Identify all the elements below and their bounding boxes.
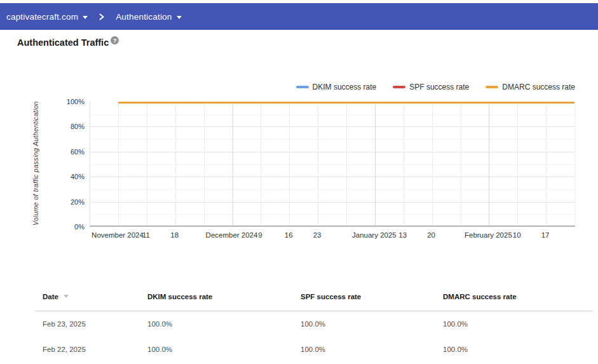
legend-item: DMARC success rate [486,83,575,91]
x-axis-tick-labels: November 20241118December 202491623Janua… [90,231,575,240]
chart-legend: DKIM success rateSPF success rateDMARC s… [296,83,575,91]
table-cell: 100.0% [301,320,443,328]
y-tick-label: 20% [71,198,85,206]
app-bar: captivatecraft.com Authentication [0,3,598,30]
legend-label: DMARC success rate [502,83,575,91]
x-tick-label: 9 [258,231,262,239]
x-tick-label: December 2024 [206,231,258,239]
x-tick-label: 18 [170,231,179,239]
y-tick-label: 40% [71,173,85,180]
x-tick-label: 23 [313,231,322,239]
help-icon[interactable]: ? [111,36,119,44]
table-header-label: DKIM success rate [147,293,212,300]
table-header-row: DateDKIM success rateSPF success rateDMA… [35,293,593,311]
x-tick-label: January 2025 [352,231,397,239]
x-tick-label: 17 [541,231,550,239]
table-row: Feb 23, 2025100.0%100.0%100.0% [35,311,593,337]
page-title: Authenticated Traffic [17,37,109,48]
x-tick-label: 10 [513,231,521,239]
legend-label: DKIM success rate [313,83,377,91]
x-tick-label: 13 [398,231,407,239]
table-body: Feb 23, 2025100.0%100.0%100.0%Feb 22, 20… [35,311,593,362]
plot-area [90,102,575,227]
table-row: Feb 22, 2025100.0%100.0%100.0% [35,337,593,362]
sort-desc-icon [64,295,69,298]
breadcrumb-chevron-icon [99,13,105,21]
y-axis-tick-labels: 0%20%40%60%80%100% [0,102,85,227]
dropdown-caret-icon [177,16,182,19]
table-cell: 100.0% [147,320,301,328]
postmaster-page: captivatecraft.com Authentication Authen… [0,0,598,364]
y-tick-label: 0% [74,223,85,231]
dropdown-caret-icon [83,16,88,19]
table-header-cell: DMARC success rate [443,293,593,311]
legend-item: SPF success rate [393,83,469,91]
title-row: Authenticated Traffic ? [17,37,119,48]
section-dropdown[interactable]: Authentication [116,12,181,22]
x-tick-label: February 2025 [465,231,512,239]
domain-dropdown[interactable]: captivatecraft.com [6,12,88,22]
chart-series-lines [90,102,576,227]
table-cell: Feb 23, 2025 [43,320,147,328]
table-header-label: Date [43,293,58,300]
table-cell: 100.0% [301,346,443,353]
table-header-cell[interactable]: Date [43,293,147,311]
legend-line-swatch-icon [296,86,309,88]
table-header-label: SPF success rate [301,293,361,300]
table-cell: Feb 22, 2025 [43,346,147,353]
table-header-cell: DKIM success rate [147,293,301,311]
legend-line-swatch-icon [486,86,498,88]
y-tick-label: 80% [71,123,85,130]
x-tick-label: 20 [427,231,435,239]
table-header-label: DMARC success rate [443,293,517,300]
legend-line-swatch-icon [393,86,405,88]
table-cell: 100.0% [443,320,593,328]
y-tick-label: 60% [71,148,85,156]
x-tick-label: 16 [285,231,293,239]
y-tick-label: 100% [67,98,85,105]
legend-item: DKIM success rate [296,83,377,91]
legend-label: SPF success rate [409,83,469,91]
table-cell: 100.0% [443,346,593,353]
auth-data-table: DateDKIM success rateSPF success rateDMA… [35,293,593,362]
table-header-cell: SPF success rate [301,293,443,311]
x-tick-label: 11 [142,231,150,239]
domain-name: captivatecraft.com [6,12,78,22]
section-name: Authentication [116,12,172,22]
x-tick-label: November 2024 [92,231,144,239]
table-cell: 100.0% [147,346,301,353]
